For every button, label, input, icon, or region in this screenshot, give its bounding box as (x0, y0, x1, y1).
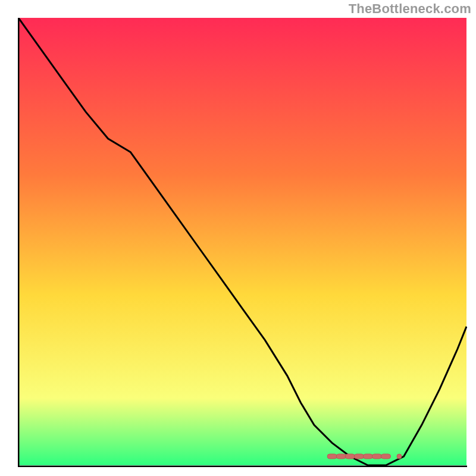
optimal-marker (354, 454, 364, 459)
gradient-background (18, 18, 466, 465)
chart-container: TheBottleneck.com (0, 0, 476, 476)
chart-svg (18, 18, 467, 467)
plot-area (18, 18, 467, 467)
optimal-marker (381, 454, 391, 459)
optimal-marker (327, 454, 337, 459)
optimal-marker (372, 454, 381, 459)
optimal-marker-dot (397, 454, 402, 459)
attribution-label: TheBottleneck.com (349, 1, 471, 17)
optimal-marker (363, 454, 372, 459)
optimal-marker (345, 454, 355, 459)
optimal-marker (336, 454, 346, 459)
